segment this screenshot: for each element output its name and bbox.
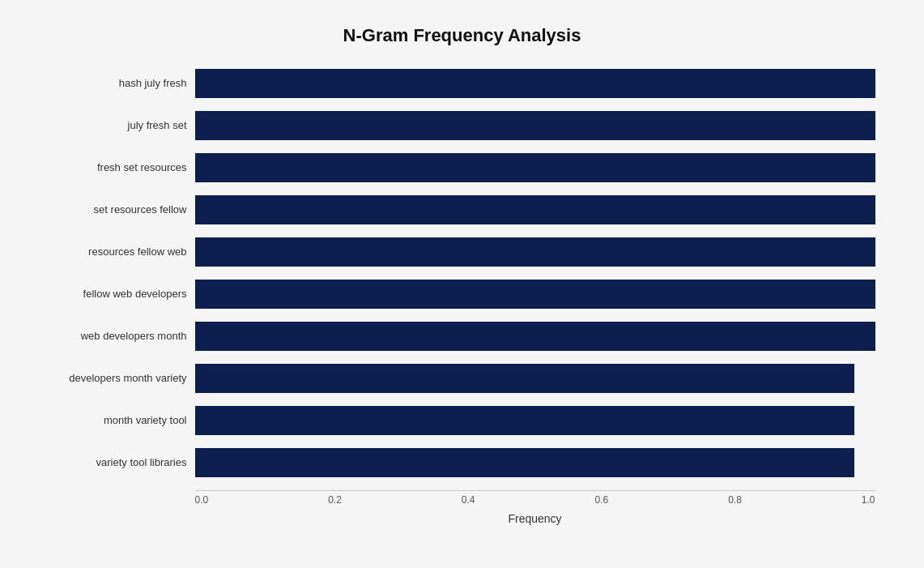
bar-label: fellow web developers bbox=[29, 288, 187, 300]
bar-wrapper bbox=[195, 448, 875, 477]
bar-row: fellow web developers bbox=[195, 273, 875, 315]
chart-container: N-Gram Frequency Analysis hash july fres… bbox=[17, 9, 908, 560]
x-axis: 0.00.20.40.60.81.0 bbox=[195, 490, 875, 506]
x-axis-tick: 0.6 bbox=[594, 494, 608, 506]
bar-row: month variety tool bbox=[195, 399, 875, 442]
bar-label: fresh set resources bbox=[29, 161, 187, 173]
bar-fill bbox=[195, 195, 875, 224]
bar-label: hash july fresh bbox=[29, 77, 187, 89]
bar-wrapper bbox=[195, 69, 875, 98]
bar-label: developers month variety bbox=[29, 372, 187, 384]
bar-label: resources fellow web bbox=[29, 246, 187, 258]
bar-wrapper bbox=[195, 406, 875, 435]
x-axis-tick: 0.0 bbox=[195, 494, 209, 506]
x-axis-tick: 0.8 bbox=[728, 494, 742, 506]
bar-fill bbox=[195, 364, 855, 393]
bar-row: variety tool libraries bbox=[195, 442, 875, 484]
bar-row: developers month variety bbox=[195, 357, 875, 399]
bar-fill bbox=[195, 111, 875, 140]
bar-label: web developers month bbox=[29, 330, 187, 342]
x-axis-tick: 0.2 bbox=[328, 494, 342, 506]
bar-fill bbox=[195, 322, 875, 351]
bar-label: month variety tool bbox=[29, 414, 187, 426]
bar-row: fresh set resources bbox=[195, 147, 875, 189]
x-axis-tick: 0.4 bbox=[462, 494, 475, 506]
bar-row: resources fellow web bbox=[195, 231, 875, 273]
x-axis-tick: 1.0 bbox=[862, 494, 875, 506]
chart-title: N-Gram Frequency Analysis bbox=[33, 25, 892, 46]
bar-fill bbox=[195, 280, 875, 309]
bar-wrapper bbox=[195, 111, 875, 140]
bar-label: set resources fellow bbox=[29, 203, 187, 216]
bar-wrapper bbox=[195, 195, 875, 224]
bar-wrapper bbox=[195, 237, 875, 267]
bar-fill bbox=[195, 448, 855, 477]
bar-wrapper bbox=[195, 322, 875, 351]
bar-label: variety tool libraries bbox=[29, 456, 187, 468]
bar-wrapper bbox=[195, 364, 875, 393]
bar-fill bbox=[195, 69, 875, 98]
bar-row: web developers month bbox=[195, 315, 875, 357]
bar-wrapper bbox=[195, 280, 875, 309]
bar-row: set resources fellow bbox=[195, 189, 875, 231]
x-axis-label: Frequency bbox=[195, 512, 875, 525]
bar-fill bbox=[195, 237, 875, 267]
bar-label: july fresh set bbox=[29, 119, 187, 131]
bar-fill bbox=[195, 406, 855, 435]
bar-row: hash july fresh bbox=[195, 62, 875, 105]
bar-wrapper bbox=[195, 153, 875, 182]
bar-row: july fresh set bbox=[195, 105, 875, 147]
bar-fill bbox=[195, 153, 875, 182]
